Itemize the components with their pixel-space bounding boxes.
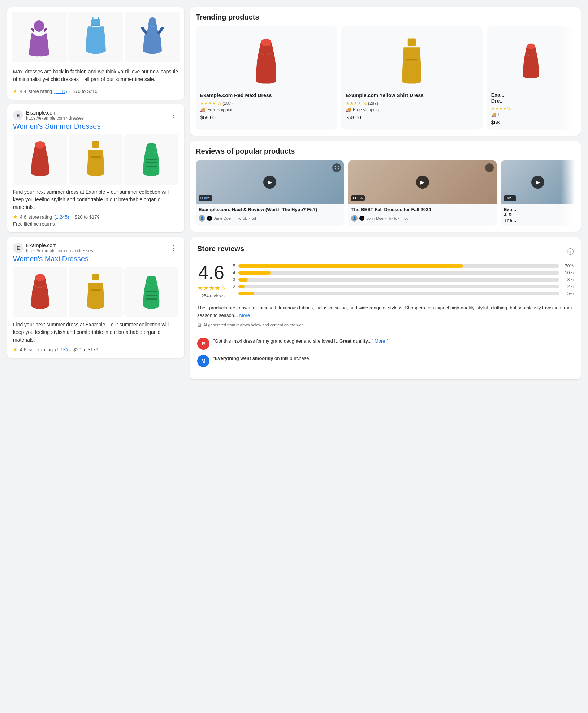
reviews-section: Reviews of popular products ▶ 00:25 ⛶ Ex… (190, 141, 581, 232)
entry2-dress-red[interactable] (13, 267, 67, 317)
dress-item-teal[interactable] (68, 12, 124, 62)
author-avatar-1: 👤 (199, 215, 205, 222)
entry2-description: Find your next summer dress at Example –… (13, 321, 178, 344)
trending-section: Trending products Example.com Red Maxi D… (190, 7, 581, 136)
svg-rect-14 (91, 289, 101, 291)
blue-dress-svg (138, 15, 167, 59)
entry1-meta: ★ 4.6 store rating (1,245) · $20 to $179 (13, 214, 178, 220)
bar-container-4 (238, 271, 559, 275)
entry2-green-dress (137, 270, 166, 314)
reviews-divider (197, 333, 574, 333)
svg-rect-17 (146, 298, 157, 300)
entry1-dress-yellow[interactable] (69, 134, 123, 185)
purple-dress-svg (25, 15, 53, 59)
review-item-1: R "Got this maxi dress for my grand daug… (197, 338, 574, 350)
search-entry-maxi: E Example.com https://example.com › maxi… (7, 237, 184, 358)
entry2-title[interactable]: Women's Maxi Dresses (13, 255, 178, 263)
product1-title: Example.com Red Maxi Dress (200, 92, 333, 99)
ai-badge: ⊞ AI generated from reviews below and co… (197, 322, 574, 328)
entry1-price: $20 to $179 (75, 214, 100, 220)
rating-num-4: 4 (233, 270, 235, 275)
platform-1: TikTok (235, 216, 247, 220)
bar-pct-4: 10% (562, 270, 574, 275)
bar-pct-3: 3% (562, 277, 574, 282)
rating-row-1: 1 5% (233, 291, 574, 296)
entry2-rating-count[interactable]: (1.1K) (55, 347, 68, 352)
dress-item-purple[interactable] (12, 12, 67, 62)
svg-rect-5 (92, 141, 99, 148)
rating-num-3: 3 (233, 277, 235, 282)
rating-row-4: 4 10% (233, 270, 574, 275)
rating-row-5: 5 70% (233, 263, 574, 269)
play-button-3[interactable]: ▶ (531, 176, 544, 189)
entry1-green-dress (137, 138, 166, 181)
bar-container-1 (238, 292, 559, 295)
top-card-rating: 4.4 (20, 89, 26, 94)
entry1-site-info: Example.com https://example.com › dresse… (26, 110, 84, 121)
entry1-header: E Example.com https://example.com › dres… (13, 110, 178, 121)
product2-stars-filled: ★★★★ (346, 101, 362, 106)
ai-summary-more-link[interactable]: More ˅ (239, 313, 254, 318)
entry1-dress-green[interactable] (124, 134, 178, 185)
bar-pct-1: 5% (562, 291, 574, 296)
video-thumbnail-2: ▶ 00:56 ⛶ (348, 160, 496, 204)
product3-name-partial: Exa...Dre... (491, 92, 571, 104)
review-text-2: "Everything went smoothly on this purcha… (213, 355, 310, 367)
partial-overlay (561, 26, 575, 130)
svg-point-12 (35, 274, 45, 281)
big-rating: 4.6 (198, 263, 224, 282)
rating-num-5: 5 (233, 263, 235, 269)
top-card-rating-count[interactable]: (1.1K) (54, 89, 67, 94)
entry2-more-icon[interactable]: ⋮ (169, 242, 178, 253)
ai-summary: Their products are known for their soft,… (197, 304, 574, 319)
platform-2: TikTok (388, 216, 399, 220)
entry2-dress-yellow[interactable] (69, 267, 123, 317)
info-icon[interactable]: i (567, 248, 574, 255)
truck-icon-1: 🚚 (200, 107, 206, 112)
entry2-dress-green[interactable] (124, 267, 178, 317)
product2-title: Example.com Yellow Shirt Dress (346, 92, 478, 99)
entry2-price: $20 to $179 (73, 347, 98, 352)
entry1-more-icon[interactable]: ⋮ (169, 110, 178, 121)
svg-rect-1 (91, 19, 100, 26)
product-yellow-dress-svg (395, 33, 428, 87)
entry2-site-icon: E (13, 243, 23, 253)
entry1-star-icon: ★ (13, 214, 18, 220)
play-button-1[interactable]: ▶ (263, 176, 276, 189)
video-duration-3: 00:... (504, 195, 516, 201)
product-image-partial (491, 31, 571, 89)
dress-item-blue[interactable] (125, 12, 180, 62)
entry1-title[interactable]: Women's Summer Dresses (13, 122, 178, 130)
video-card-2[interactable]: ▶ 00:56 ⛶ The BEST Fall Dresses for Fall… (348, 160, 496, 226)
rating-num-1: 1 (233, 291, 235, 296)
bar-fill-4 (238, 271, 271, 275)
product2-stars: ★★★★½ (287) (346, 101, 478, 106)
bar-fill-5 (238, 264, 463, 268)
product-card-yellow[interactable]: Example.com Yellow Shirt Dress ★★★★½ (28… (341, 26, 483, 130)
bar-pct-2: 2% (562, 284, 574, 289)
video-title-2: The BEST Fall Dresses for Fall 2024 (351, 207, 493, 213)
entry2-rating: 4.6 (20, 347, 26, 352)
expand-btn-2[interactable]: ⛶ (485, 163, 494, 172)
entry1-site-icon: E (13, 110, 23, 120)
ai-badge-icon: ⊞ (197, 322, 201, 328)
bar-fill-1 (238, 292, 254, 295)
author-avatar-2: 👤 (351, 215, 358, 222)
product3-stars-partial: ★★★★½ (491, 106, 571, 111)
entry2-site-url: https://example.com › maxidresses (26, 248, 93, 253)
ai-badge-text: AI generated from reviews below and cont… (203, 323, 304, 327)
product-card-red[interactable]: Example.com Red Maxi Dress ★★★★½ (287) 🚚… (196, 26, 337, 130)
video-card-3-partial[interactable]: ▶ 00:... Exa...& R...The... (501, 160, 575, 226)
play-button-2[interactable]: ▶ (416, 176, 429, 189)
entry1-rating-count[interactable]: (1,245) (54, 214, 69, 220)
product1-price: $68.00 (200, 115, 333, 120)
top-card-meta: ★ 4.4 store rating (1.1K) · $70 to $210 (7, 86, 184, 94)
product-card-partial[interactable]: Exa...Dre... ★★★★½ 🚚 Fr... $68. (487, 26, 575, 130)
review-more-link-1[interactable]: More ˅ (375, 338, 389, 344)
entry1-dress-red[interactable] (13, 134, 67, 185)
video-card-1[interactable]: ▶ 00:25 ⛶ Example.com: Haul & Review (Wo… (196, 160, 344, 226)
svg-rect-7 (146, 159, 157, 160)
stars-row-overview: ★★★★½ (197, 284, 225, 292)
entry2-red-dress (26, 270, 55, 314)
svg-point-21 (527, 43, 535, 49)
